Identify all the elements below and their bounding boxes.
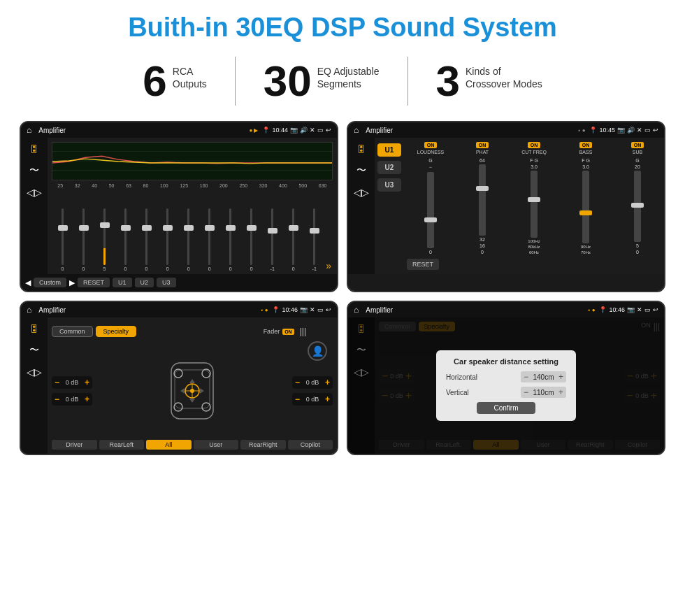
vol-plus-3[interactable]: + <box>325 378 330 387</box>
eq-content: 🎛 〜 ◁▷ <box>21 138 337 274</box>
eq-graph <box>52 142 333 180</box>
slider-13[interactable]: -1 <box>305 208 324 271</box>
u3-btn[interactable]: U3 <box>157 278 176 287</box>
speaker-main-area: Common Specialty Fader ON ||| 👤 − 0 dB <box>48 317 337 454</box>
car-diagram <box>154 359 231 422</box>
vol-minus-4[interactable]: − <box>295 394 300 404</box>
eq-sliders: 0 0 5 0 0 0 0 0 0 0 -1 0 -1 » <box>52 191 333 271</box>
u1-select[interactable]: U1 <box>377 143 401 157</box>
slider-2[interactable]: 0 <box>74 208 93 271</box>
eq-status-bar: ⌂ Amplifier ● ▶ 📍 10:44 📷 🔊 ✕ ▭ ↩ <box>21 122 337 138</box>
cutfreq-slider[interactable] <box>531 171 538 238</box>
vertical-minus[interactable]: − <box>524 387 528 397</box>
u123-icon-1[interactable]: 🎛 <box>356 143 366 155</box>
u1-btn[interactable]: U1 <box>113 278 132 287</box>
vol-minus-2[interactable]: − <box>55 394 59 404</box>
home-icon-2[interactable]: ⌂ <box>354 125 359 135</box>
sub-5: 5 <box>636 243 639 248</box>
eq-dots: ● ▶ <box>249 127 258 134</box>
loudness-slider[interactable] <box>427 172 434 248</box>
dialog-dots: ▪ ● <box>589 307 596 313</box>
slider-7[interactable]: 0 <box>179 208 198 271</box>
speaker-icon-2[interactable]: 〜 <box>29 344 39 357</box>
slider-12[interactable]: 0 <box>284 208 303 271</box>
vertical-value: 110cm <box>531 389 556 396</box>
page-title: Buith-in 30EQ DSP Sound System <box>0 0 685 50</box>
bass-30: 3.0 <box>582 164 589 169</box>
eq-sidebar: 🎛 〜 ◁▷ <box>21 138 48 274</box>
slider-6[interactable]: 0 <box>158 208 177 271</box>
more-btn[interactable]: » <box>326 260 331 271</box>
profile-icon[interactable]: 👤 <box>308 341 327 361</box>
speaker-icon-3[interactable]: ◁▷ <box>27 366 42 378</box>
speaker-icon-1[interactable]: 🎛 <box>29 323 39 334</box>
bass-label: BASS <box>579 150 593 155</box>
speaker-status-bar: ⌂ Amplifier ▪ ● 📍 10:46 📷 ✕ ▭ ↩ <box>21 302 337 317</box>
vertical-label: Vertical <box>446 389 488 396</box>
stat-number-eq: 30 <box>264 59 312 103</box>
phat-zero: 0 <box>481 250 484 255</box>
svg-marker-14 <box>189 399 195 403</box>
vertical-row: Vertical − 110cm + <box>446 387 566 398</box>
vertical-plus[interactable]: + <box>558 387 563 397</box>
u123-icon-2[interactable]: 〜 <box>356 164 366 177</box>
u123-icon-3[interactable]: ◁▷ <box>354 187 369 198</box>
u3-select[interactable]: U3 <box>377 178 401 192</box>
cutfreq-fg: F G <box>530 158 538 163</box>
reset-btn[interactable]: RESET <box>78 278 110 287</box>
u-select-buttons: U1 U2 U3 <box>375 138 404 274</box>
home-icon[interactable]: ⌂ <box>27 125 31 135</box>
slider-5[interactable]: 0 <box>137 208 156 271</box>
horizontal-plus[interactable]: + <box>558 372 563 382</box>
horizontal-minus[interactable]: − <box>524 372 528 382</box>
slider-9[interactable]: 0 <box>221 208 240 271</box>
driver-btn[interactable]: Driver <box>52 440 97 450</box>
home-icon-3[interactable]: ⌂ <box>27 305 31 315</box>
stats-row: 6 RCA Outputs 30 EQ Adjustable Segments … <box>0 50 685 115</box>
copilot-btn[interactable]: Copilot <box>288 440 333 450</box>
slider-3[interactable]: 5 <box>95 208 114 271</box>
u123-reset[interactable]: RESET <box>407 259 439 270</box>
specialty-tab[interactable]: Specialty <box>96 326 137 337</box>
vol-minus-1[interactable]: − <box>55 378 59 387</box>
prev-btn[interactable]: ◀ <box>25 278 31 287</box>
speaker-status-icons: 📍 10:46 📷 ✕ ▭ ↩ <box>272 306 331 313</box>
bass-slider[interactable] <box>582 171 589 243</box>
vol-val-3: 0 dB <box>302 379 323 386</box>
u2-select[interactable]: U2 <box>377 161 401 174</box>
custom-btn[interactable]: Custom <box>34 278 66 287</box>
slider-1[interactable]: 0 <box>53 208 72 271</box>
u123-screen: ⌂ Amplifier ▪ ● 📍 10:45 📷 🔊 ✕ ▭ ↩ 🎛 〜 ◁▷… <box>347 121 665 292</box>
loudness-curve: ～ <box>428 164 433 171</box>
u2-btn[interactable]: U2 <box>135 278 154 287</box>
slider-10[interactable]: 0 <box>242 208 261 271</box>
slider-4[interactable]: 0 <box>116 208 135 271</box>
vol-minus-3[interactable]: − <box>295 378 300 387</box>
rearleft-btn2[interactable]: RearRight <box>240 440 286 450</box>
eq-icon-2[interactable]: 〜 <box>29 164 39 177</box>
confirm-button[interactable]: Confirm <box>477 402 535 414</box>
loudness-on: ON <box>424 142 438 148</box>
stat-eq: 30 EQ Adjustable Segments <box>236 59 408 103</box>
home-icon-4[interactable]: ⌂ <box>354 305 359 315</box>
vol-plus-4[interactable]: + <box>325 394 330 404</box>
next-btn[interactable]: ▶ <box>69 278 75 287</box>
common-tab[interactable]: Common <box>52 326 93 337</box>
vol-val-1: 0 dB <box>62 379 82 386</box>
user-btn[interactable]: User <box>194 440 239 450</box>
all-btn[interactable]: All <box>146 440 192 450</box>
slider-11[interactable]: -1 <box>263 208 282 271</box>
rearleft-btn[interactable]: RearLeft <box>99 440 145 450</box>
eq-icon-3[interactable]: ◁▷ <box>27 187 42 198</box>
phat-slider[interactable] <box>479 164 486 236</box>
eq-icon-1[interactable]: 🎛 <box>29 143 39 155</box>
svg-marker-16 <box>200 388 204 394</box>
slider-8[interactable]: 0 <box>200 208 219 271</box>
eq-status-icons: 📍 10:44 📷 🔊 ✕ ▭ ↩ <box>262 127 331 134</box>
vol-plus-2[interactable]: + <box>85 394 89 404</box>
u123-status-bar: ⌂ Amplifier ▪ ● 📍 10:45 📷 🔊 ✕ ▭ ↩ <box>348 122 664 138</box>
sub-slider[interactable] <box>634 171 641 242</box>
speaker-content: 🎛 〜 ◁▷ Common Specialty Fader ON ||| 👤 <box>21 317 337 454</box>
sub-g: G <box>635 158 639 163</box>
vol-plus-1[interactable]: + <box>85 378 89 387</box>
